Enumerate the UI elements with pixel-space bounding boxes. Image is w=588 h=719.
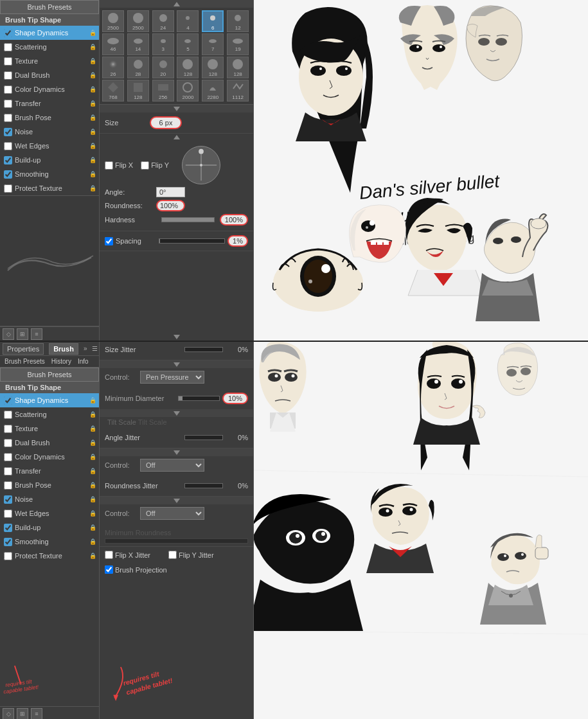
sidebar-item-2[interactable]: Smoothing 🔒: [0, 535, 99, 549]
sidebar-item-2[interactable]: Wet Edges 🔒: [0, 506, 99, 520]
shape-dynamics-checkbox-2[interactable]: [4, 396, 12, 405]
brush-cell[interactable]: 128: [177, 57, 199, 78]
brush-cell[interactable]: 19: [227, 33, 249, 55]
size-value[interactable]: 6 px: [150, 116, 182, 129]
buildup-2-checkbox[interactable]: [4, 524, 12, 532]
protect-texture-checkbox[interactable]: [4, 184, 12, 193]
noise-checkbox[interactable]: [4, 128, 12, 136]
wet-edges-checkbox[interactable]: [4, 142, 12, 150]
brush-cell[interactable]: 256: [152, 80, 174, 102]
brush-cell[interactable]: 2500: [127, 10, 149, 32]
flip-y-jitter-checkbox[interactable]: [168, 551, 177, 559]
brush-pose-checkbox[interactable]: [4, 114, 12, 122]
brush-cell[interactable]: 46: [102, 33, 124, 55]
texture-checkbox[interactable]: [4, 57, 12, 66]
brush-cell[interactable]: 128: [202, 57, 224, 78]
grid-view-icon[interactable]: ⊞: [17, 328, 28, 340]
sidebar-item[interactable]: Noise 🔒: [0, 125, 99, 139]
spacing-checkbox[interactable]: [105, 237, 113, 245]
hardness-bar[interactable]: [161, 217, 215, 222]
buildup-checkbox[interactable]: [4, 156, 12, 164]
brush-presets-button-top[interactable]: Brush Presets: [0, 0, 99, 14]
smoothing-checkbox[interactable]: [4, 170, 12, 179]
brush-presets-button-bottom[interactable]: Brush Presets: [0, 368, 99, 382]
smoothing-2-checkbox[interactable]: [4, 538, 12, 546]
flip-x-checkbox[interactable]: Flip X: [105, 161, 133, 170]
tab-history[interactable]: History: [49, 357, 73, 366]
sidebar-item[interactable]: Build-up 🔒: [0, 153, 99, 167]
sidebar-item-2[interactable]: Noise 🔒: [0, 492, 99, 506]
control-dropdown-1[interactable]: Pen Pressure Off Fade Pen Tilt: [140, 371, 204, 384]
control-dropdown-3[interactable]: Off Pen Pressure Fade: [140, 507, 204, 520]
brush-cell-selected[interactable]: 6: [202, 10, 224, 32]
create-new-icon[interactable]: ◇: [3, 328, 14, 340]
brush-projection-item[interactable]: Brush Projection: [105, 565, 167, 574]
brush-cell[interactable]: 7: [202, 33, 224, 55]
protect-texture-2-checkbox[interactable]: [4, 552, 12, 560]
sidebar-item-2[interactable]: Color Dynamics 🔒: [0, 450, 99, 464]
brush-cell[interactable]: 2000: [177, 80, 199, 102]
roundness-input[interactable]: [156, 200, 185, 211]
noise-2-checkbox[interactable]: [4, 495, 12, 504]
brush-projection-checkbox[interactable]: [105, 565, 113, 574]
scroll-down-arrow[interactable]: [100, 105, 253, 112]
wet-edges-2-checkbox[interactable]: [4, 510, 12, 518]
brush-cell[interactable]: 24: [152, 10, 174, 32]
flip-y-checkbox[interactable]: Flip Y: [141, 161, 169, 170]
scattering-checkbox[interactable]: [4, 43, 12, 51]
mid-scroll-arrow[interactable]: [100, 134, 253, 141]
dual-brush-2-checkbox[interactable]: [4, 439, 12, 447]
brush-pose-2-checkbox[interactable]: [4, 481, 12, 490]
texture-2-checkbox[interactable]: [4, 425, 12, 433]
dual-brush-checkbox[interactable]: [4, 71, 12, 80]
flip-y-jitter-item[interactable]: Flip Y Jitter: [168, 551, 214, 559]
sidebar-item[interactable]: Color Dynamics 🔒: [0, 82, 99, 96]
angle-input[interactable]: [156, 187, 185, 197]
brush-cell[interactable]: 1112: [227, 80, 249, 102]
brush-cell[interactable]: 128: [127, 80, 149, 102]
tab-brush[interactable]: Brush: [49, 343, 78, 355]
sidebar-item-2[interactable]: Scattering 🔒: [0, 407, 99, 422]
sidebar-item[interactable]: Transfer 🔒: [0, 96, 99, 111]
brush-cell[interactable]: 26: [102, 57, 124, 78]
roundness-jitter-bar[interactable]: [184, 483, 223, 488]
scroll-down-mid-4[interactable]: [100, 497, 253, 504]
sidebar-item[interactable]: Scattering 🔒: [0, 40, 99, 54]
brush-cell[interactable]: 768: [102, 80, 124, 102]
transfer-checkbox[interactable]: [4, 100, 12, 108]
control-dropdown-2[interactable]: Off Pen Pressure Fade: [140, 459, 204, 472]
size-jitter-bar[interactable]: [184, 347, 223, 352]
brush-cell[interactable]: 3: [152, 33, 174, 55]
transfer-2-checkbox[interactable]: [4, 467, 12, 475]
scattering-2-checkbox[interactable]: [4, 411, 12, 419]
list-view-icon[interactable]: ≡: [31, 328, 42, 340]
sidebar-item[interactable]: Smoothing 🔒: [0, 167, 99, 181]
brush-cell[interactable]: 2280: [202, 80, 224, 102]
brush-cell[interactable]: 12: [227, 10, 249, 32]
brush-cell[interactable]: 5: [177, 33, 199, 55]
scroll-up-arrow[interactable]: [100, 0, 253, 8]
spacing-checkbox-wrapper[interactable]: Spacing: [105, 237, 156, 245]
sidebar-item-2[interactable]: Dual Brush 🔒: [0, 436, 99, 450]
create-new-icon-2[interactable]: ◇: [3, 708, 14, 720]
sidebar-item[interactable]: Dual Brush 🔒: [0, 68, 99, 82]
panel-menu-icon[interactable]: ☰: [92, 345, 98, 352]
sidebar-item-2[interactable]: Protect Texture 🔒: [0, 549, 99, 563]
sidebar-item[interactable]: Shape Dynamics 🔒: [0, 26, 99, 40]
brush-cell[interactable]: 20: [152, 57, 174, 78]
brush-cell[interactable]: 28: [127, 57, 149, 78]
angle-jitter-bar[interactable]: [184, 435, 223, 440]
sidebar-item-2[interactable]: Build-up 🔒: [0, 520, 99, 535]
grid-view-icon-2[interactable]: ⊞: [17, 708, 28, 720]
sidebar-item[interactable]: Brush Pose 🔒: [0, 111, 99, 125]
brush-cell[interactable]: 4: [177, 10, 199, 32]
tab-properties[interactable]: Properties: [3, 343, 44, 355]
flip-x-jitter-item[interactable]: Flip X Jitter: [105, 551, 150, 559]
brush-cell[interactable]: 128: [227, 57, 249, 78]
color-dynamics-checkbox[interactable]: [4, 85, 12, 94]
list-view-icon-2[interactable]: ≡: [31, 708, 42, 720]
sidebar-item-2[interactable]: Brush Pose 🔒: [0, 478, 99, 492]
angle-widget[interactable]: [182, 146, 220, 184]
tab-brush-presets[interactable]: Brush Presets: [3, 357, 47, 366]
scroll-down-mid-3[interactable]: [100, 448, 253, 456]
